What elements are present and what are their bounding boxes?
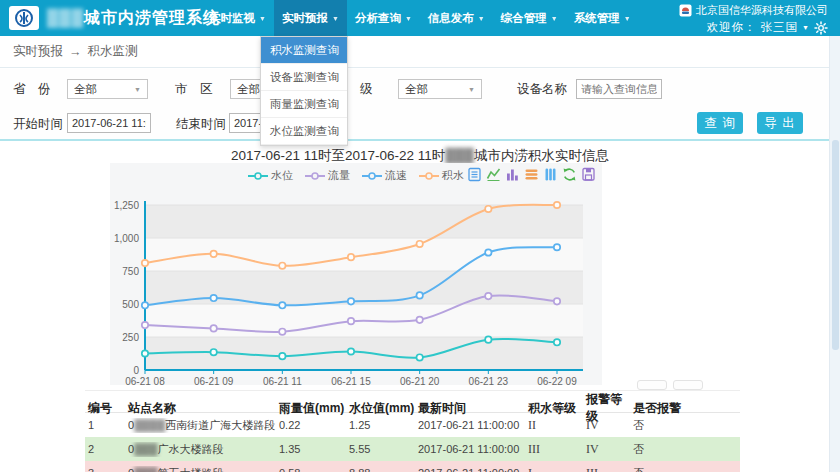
- chevron-down-icon: ▼: [332, 15, 339, 22]
- breadcrumb: 实时预报 → 积水监测: [0, 36, 840, 68]
- page: ███城市内涝管理系统 实时监视▼实时预报▼分析查询▼信息发布▼综合管理▼系统管…: [0, 0, 840, 472]
- nav-item-active[interactable]: 实时预报▼: [274, 0, 347, 36]
- device-name-label: 设备名称: [517, 81, 567, 98]
- scrollbar-thumb[interactable]: [832, 140, 839, 350]
- legend-marker-icon: [362, 172, 382, 180]
- chart-title-redacted: ███: [445, 148, 474, 163]
- device-name-input[interactable]: [576, 79, 662, 99]
- legend-item[interactable]: 流速: [362, 168, 407, 183]
- table-row: 10████西南街道广海大楼路段0.221.252017-06-21 11:00…: [85, 413, 740, 437]
- cell-flood-level: I: [528, 466, 586, 472]
- start-time-label: 开始时间: [13, 116, 63, 133]
- table-header-cell: 水位值(mm): [349, 400, 418, 417]
- province-select[interactable]: 全部 ▼: [67, 79, 148, 99]
- cell-alarm-level: IV: [586, 418, 633, 433]
- app-header: ███城市内涝管理系统 实时监视▼实时预报▼分析查询▼信息发布▼综合管理▼系统管…: [0, 0, 840, 36]
- nav-item-link[interactable]: 实时监视▼: [201, 0, 274, 36]
- cell-no: 3: [88, 467, 128, 472]
- search-button[interactable]: 查 询: [697, 112, 743, 134]
- cell-station: 0███第五大楼路段: [128, 466, 279, 472]
- svg-text:06-21 09: 06-21 09: [194, 376, 234, 385]
- svg-text:1,000: 1,000: [114, 233, 139, 244]
- city-label: 市 区: [175, 81, 213, 98]
- table-header-cell: 雨量值(mm): [279, 400, 349, 417]
- chart-toolbox: [467, 167, 596, 182]
- chevron-down-icon: ▼: [134, 86, 141, 93]
- company-logo-icon: [679, 4, 692, 17]
- table-row: 20███广水大楼路段1.355.552017-06-21 11:00:00II…: [85, 437, 740, 461]
- nav-item-link[interactable]: 分析查询▼: [347, 0, 420, 36]
- pager-button-ghost[interactable]: [637, 380, 667, 390]
- cell-time: 2017-06-21 11:00:00: [418, 443, 528, 455]
- legend-label: 积水: [442, 168, 464, 183]
- refresh-icon[interactable]: [562, 167, 577, 182]
- save-image-icon[interactable]: [581, 167, 596, 182]
- nav-item-link[interactable]: 信息发布▼: [420, 0, 493, 36]
- chevron-down-icon: ▼: [624, 15, 631, 22]
- station-name: 西南街道广海大楼路段: [165, 419, 275, 431]
- station-redacted: ███: [134, 443, 157, 455]
- cell-alarmed: 否: [633, 418, 740, 433]
- data-view-icon[interactable]: [467, 167, 482, 182]
- cell-no: 2: [88, 443, 128, 455]
- app-title-redacted: ███: [47, 9, 84, 26]
- legend-marker-icon: [248, 172, 268, 180]
- cell-alarm-level: III: [586, 466, 633, 472]
- line-chart-icon[interactable]: [486, 167, 501, 182]
- nav-item-link[interactable]: 综合管理▼: [493, 0, 566, 36]
- gear-icon[interactable]: [814, 21, 828, 35]
- chart-title-prefix: 2017-06-21 11时至2017-06-22 11时: [231, 148, 445, 163]
- nav-item-label: 实时预报: [282, 11, 328, 26]
- legend-label: 水位: [271, 168, 293, 183]
- breadcrumb-separator: →: [69, 45, 82, 59]
- table-header-cell: 是否报警: [633, 400, 740, 417]
- bar-chart-icon[interactable]: [505, 167, 520, 182]
- username[interactable]: 张三国: [761, 20, 799, 35]
- legend-item[interactable]: 流量: [305, 168, 350, 183]
- svg-text:06-21 15: 06-21 15: [331, 376, 371, 385]
- legend-item[interactable]: 水位: [248, 168, 293, 183]
- chevron-down-icon: ▼: [478, 15, 485, 22]
- legend-item[interactable]: 积水: [419, 168, 464, 183]
- app-title: ███城市内涝管理系统: [47, 8, 220, 29]
- breadcrumb-section[interactable]: 实时预报: [13, 43, 63, 60]
- cell-water: 5.55: [349, 443, 418, 455]
- menu-item[interactable]: 水位监测查询: [261, 118, 347, 145]
- nav-item-label: 系统管理: [574, 11, 620, 26]
- menu-item[interactable]: 雨量监测查询: [261, 91, 347, 118]
- station-name: 第五大楼路段: [158, 467, 224, 472]
- svg-text:06-21 20: 06-21 20: [400, 376, 440, 385]
- pager-button-ghost[interactable]: [673, 380, 703, 390]
- main-nav: 实时监视▼实时预报▼分析查询▼信息发布▼综合管理▼系统管理▼: [201, 0, 639, 36]
- app-logo-icon: [9, 6, 39, 30]
- line-chart-plot: 02505007501,0001,25006-21 0806-21 0906-2…: [110, 163, 602, 385]
- start-time-input[interactable]: [67, 113, 151, 133]
- stack-icon[interactable]: [524, 167, 539, 182]
- county-select[interactable]: 全部 ▼: [398, 79, 482, 99]
- svg-text:1,250: 1,250: [114, 200, 139, 211]
- svg-text:06-21 11: 06-21 11: [263, 376, 302, 385]
- vertical-scrollbar: [829, 36, 840, 472]
- cell-no: 1: [88, 419, 128, 431]
- cell-flood-level: II: [528, 418, 586, 433]
- company-line: 北京国信华源科技有限公司: [679, 3, 828, 18]
- cell-time: 2017-06-21 11:00:00: [418, 419, 528, 431]
- menu-item[interactable]: 积水监测查询: [261, 37, 347, 64]
- export-button[interactable]: 导 出: [757, 112, 803, 134]
- chevron-down-icon: ▼: [405, 15, 412, 22]
- legend-label: 流量: [328, 168, 350, 183]
- nav-item-label: 信息发布: [428, 11, 474, 26]
- welcome-line: 欢迎你：张三国 ▼: [679, 20, 828, 35]
- nav-item-link[interactable]: 系统管理▼: [566, 0, 639, 36]
- tiled-icon[interactable]: [543, 167, 558, 182]
- cell-flood-level: III: [528, 442, 586, 457]
- cell-rain: 1.35: [279, 443, 349, 455]
- menu-item[interactable]: 设备监测查询: [261, 64, 347, 91]
- nav-dropdown-menu: 积水监测查询设备监测查询雨量监测查询水位监测查询: [260, 36, 348, 146]
- svg-text:06-22 09: 06-22 09: [537, 376, 577, 385]
- breadcrumb-page: 积水监测: [88, 43, 138, 60]
- table-row: 30███第五大楼路段0.588.882017-06-21 11:00:00II…: [85, 461, 740, 472]
- nav-item-label: 实时监视: [209, 11, 255, 26]
- legend-marker-icon: [419, 172, 439, 180]
- cell-alarmed: 否: [633, 442, 740, 457]
